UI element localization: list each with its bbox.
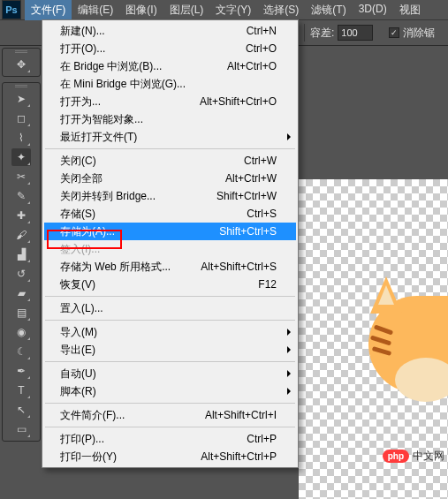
dodge-tool-icon[interactable]: ☾	[11, 343, 31, 360]
menu-separator	[45, 427, 295, 427]
healing-tool-icon[interactable]: ✚	[11, 207, 31, 224]
menu-entry-label: 关闭并转到 Bridge...	[60, 189, 216, 204]
canvas[interactable]: php 中文网	[299, 179, 448, 499]
menu-entry[interactable]: 打印一份(Y)Alt+Shift+Ctrl+P	[44, 448, 296, 465]
menu-entry-label: 关闭全部	[60, 171, 225, 186]
menu-shortcut: Ctrl+S	[247, 208, 277, 220]
submenu-corner-icon	[27, 240, 30, 243]
menu-entry[interactable]: 打印(P)...Ctrl+P	[44, 430, 296, 448]
panel-grip[interactable]	[12, 85, 30, 87]
menu-entry[interactable]: 置入(L)...	[44, 299, 296, 317]
menu-item[interactable]: 选择(S)	[257, 0, 305, 20]
submenu-arrow-icon	[287, 346, 291, 353]
eraser-tool-icon[interactable]: ▰	[11, 284, 31, 302]
menu-entry[interactable]: 打开(O)...Ctrl+O	[44, 40, 296, 57]
submenu-corner-icon	[27, 376, 30, 379]
submenu-corner-icon	[27, 182, 30, 185]
menu-entry[interactable]: 关闭(C)Ctrl+W	[44, 152, 296, 170]
menu-entry-label: 存储为 Web 所用格式...	[60, 260, 201, 275]
rectangle-tool-icon[interactable]: ▭	[11, 420, 31, 438]
pen-tool-icon[interactable]: ✒	[11, 362, 31, 380]
menu-entry[interactable]: 关闭并转到 Bridge...Shift+Ctrl+W	[44, 187, 296, 205]
menu-separator	[45, 148, 295, 149]
menu-entry-label: 签入(I)...	[60, 242, 277, 257]
menu-entry-label: 打开为智能对象...	[60, 112, 277, 127]
submenu-corner-icon	[27, 396, 30, 398]
watermark-badge: php	[383, 450, 409, 463]
antialias-checkbox[interactable]: ✓	[389, 27, 399, 38]
submenu-corner-icon	[27, 299, 30, 301]
menu-entry[interactable]: 自动(U)	[44, 365, 296, 382]
menu-entry[interactable]: 存储为 Web 所用格式...Alt+Shift+Ctrl+S	[44, 258, 296, 276]
submenu-corner-icon	[27, 124, 30, 126]
menu-item[interactable]: 滤镜(T)	[305, 0, 352, 20]
menu-entry[interactable]: 打开为智能对象...	[44, 110, 296, 128]
submenu-corner-icon	[27, 201, 30, 204]
menu-entry[interactable]: 存储为(A)...Shift+Ctrl+S	[44, 223, 296, 240]
menu-shortcut: F12	[258, 278, 277, 291]
menu-entry-label: 打印(P)...	[60, 432, 247, 447]
menu-entry[interactable]: 存储(S)Ctrl+S	[44, 205, 296, 223]
menu-entry[interactable]: 关闭全部Alt+Ctrl+W	[44, 170, 296, 187]
submenu-corner-icon	[27, 318, 30, 321]
menu-shortcut: Ctrl+N	[247, 25, 277, 37]
submenu-corner-icon	[27, 357, 30, 359]
eyedropper-tool-icon[interactable]: ✎	[11, 187, 31, 205]
menu-entry[interactable]: 导出(E)	[44, 341, 296, 359]
menu-shortcut: Alt+Shift+Ctrl+S	[201, 261, 277, 273]
menu-entry[interactable]: 在 Bridge 中浏览(B)...Alt+Ctrl+O	[44, 57, 296, 75]
stamp-tool-icon[interactable]: ▟	[11, 246, 31, 263]
blur-tool-icon[interactable]: ◉	[11, 323, 31, 341]
menu-shortcut: Alt+Shift+Ctrl+I	[205, 409, 277, 421]
menu-entry[interactable]: 导入(M)	[44, 323, 296, 341]
gradient-tool-icon[interactable]: ▤	[11, 304, 31, 321]
menu-item[interactable]: 视图	[393, 0, 427, 20]
menu-item[interactable]: 文件(F)	[25, 0, 72, 20]
menu-entry[interactable]: 脚本(R)	[44, 382, 296, 400]
menu-entry-label: 导入(M)	[60, 325, 277, 340]
quick-select-tool-icon[interactable]: ✦	[11, 148, 31, 166]
menu-entry-label: 打开(O)...	[60, 42, 246, 57]
type-tool-icon[interactable]: T	[11, 382, 31, 399]
menu-entry[interactable]: 文件简介(F)...Alt+Shift+Ctrl+I	[44, 406, 296, 424]
tolerance-input[interactable]	[338, 25, 373, 41]
menu-item[interactable]: 图像(I)	[119, 0, 163, 20]
antialias-label: 消除锯	[403, 26, 435, 41]
history-brush-tool-icon[interactable]: ↺	[11, 265, 31, 283]
tool-group: ✥	[2, 48, 41, 77]
submenu-corner-icon	[27, 337, 30, 340]
submenu-corner-icon	[27, 279, 30, 282]
submenu-arrow-icon	[287, 133, 291, 140]
menu-entry[interactable]: 在 Mini Bridge 中浏览(G)...	[44, 75, 296, 93]
menu-item[interactable]: 3D(D)	[353, 0, 393, 20]
path-select-tool-icon[interactable]: ↖	[11, 401, 31, 419]
tool-group: ➤◻⌇✦✂✎✚🖌▟↺▰▤◉☾✒T↖▭	[2, 82, 41, 442]
submenu-corner-icon	[27, 415, 30, 418]
menu-item[interactable]: 文字(Y)	[209, 0, 257, 20]
menu-shortcut: Ctrl+W	[244, 155, 277, 167]
menu-entry[interactable]: 最近打开文件(T)	[44, 128, 296, 146]
menu-entry[interactable]: 新建(N)...Ctrl+N	[44, 22, 296, 40]
submenu-corner-icon	[27, 143, 30, 146]
artwork-cat	[351, 278, 448, 437]
lasso-tool-icon[interactable]: ⌇	[11, 129, 31, 147]
crop-tool-icon[interactable]: ✂	[11, 168, 31, 185]
move-tool-icon[interactable]: ➤	[11, 90, 31, 108]
menu-item[interactable]: 编辑(E)	[72, 0, 119, 20]
brush-tool-icon[interactable]: 🖌	[11, 226, 31, 244]
menu-item[interactable]: 图层(L)	[163, 0, 210, 20]
watermark: php 中文网	[383, 449, 444, 464]
submenu-corner-icon	[27, 163, 30, 165]
menu-shortcut: Shift+Ctrl+W	[216, 190, 277, 202]
marquee-tool-icon[interactable]: ◻	[11, 110, 31, 127]
panel-grip[interactable]	[12, 50, 30, 53]
move-tool-icon[interactable]: ✥	[11, 56, 31, 73]
submenu-arrow-icon	[287, 329, 291, 336]
menu-entry-label: 自动(U)	[60, 367, 277, 382]
menu-entry-label: 新建(N)...	[60, 24, 247, 39]
menu-shortcut: Ctrl+O	[246, 42, 277, 55]
menu-entry-label: 恢复(V)	[60, 277, 258, 292]
submenu-corner-icon	[27, 260, 30, 262]
menu-entry[interactable]: 打开为...Alt+Shift+Ctrl+O	[44, 93, 296, 110]
menu-entry[interactable]: 恢复(V)F12	[44, 276, 296, 293]
